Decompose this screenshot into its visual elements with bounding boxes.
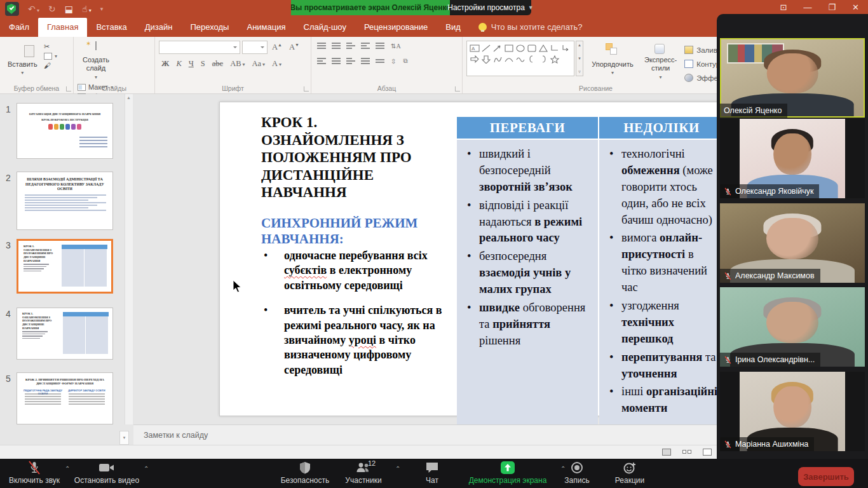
reactions-button[interactable]: Реакции	[605, 461, 654, 485]
redo-icon[interactable]: ↻	[48, 4, 56, 13]
format-painter-icon[interactable]: 🖌	[44, 62, 57, 69]
tab-слайд-шоу[interactable]: Слайд-шоу	[295, 18, 355, 37]
tab-рецензирование[interactable]: Рецензирование	[355, 18, 437, 37]
thumbnail-scrollbar[interactable]	[125, 94, 133, 424]
increase-indent-icon[interactable]	[359, 41, 372, 51]
grow-font-icon[interactable]: А▲	[269, 41, 285, 53]
minimize-icon[interactable]: —	[803, 3, 811, 12]
slide-canvas[interactable]: КРОК 1. ОЗНАЙОМЛЕННЯ З ПОЛОЖЕННЯМ ПРО ДИ…	[219, 102, 778, 416]
slide-thumbnail-2[interactable]: ШЛЯХИ ВЗАЄМОДІЇ АДМІНІСТРАЦІЇ ТА ПЕДАГОГ…	[17, 172, 113, 230]
mic-button[interactable]: Включить звук	[5, 461, 64, 485]
slide-thumbnail-3[interactable]: КРОК 1. ОЗНАЙОМЛЕННЯ З ПОЛОЖЕННЯМ ПРО ДИ…	[17, 239, 113, 294]
customize-qat-icon[interactable]: ▾	[100, 6, 104, 12]
shape-brace-right-icon[interactable]	[538, 54, 548, 64]
share-button[interactable]: Демонстрация экрана	[456, 461, 559, 485]
font-glyph-0[interactable]: Ж	[159, 58, 172, 70]
slide-thumbnail-4[interactable]: КРОК 1. ОЗНАЙОМЛЕННЯ З ПОЛОЖЕННЯМ ПРО ДИ…	[17, 308, 113, 360]
font-glyph-2[interactable]: Ч	[186, 58, 196, 70]
bullets-icon[interactable]	[315, 41, 328, 51]
tab-вид[interactable]: Вид	[437, 18, 470, 37]
font-glyph-3[interactable]: S	[198, 58, 208, 70]
decrease-indent-icon[interactable]	[344, 41, 357, 51]
slide-thumbnail-1[interactable]: ОРГАНІЗАЦІЯ ДИСТАНЦІЙНОГО НАВЧАННЯКРОК-П…	[17, 103, 113, 159]
tab-дизайн[interactable]: Дизайн	[136, 18, 182, 37]
undo-icon[interactable]: ↶ ▾	[28, 4, 39, 13]
shape-textbox-icon[interactable]: A	[470, 43, 480, 53]
slide-sorter-view-icon[interactable]	[681, 447, 693, 456]
convert-smartart-icon[interactable]: ⧉	[400, 56, 410, 66]
font-size-combo[interactable]	[242, 41, 268, 54]
tab-переходы[interactable]: Переходы	[181, 18, 238, 37]
paragraph-dialog-launcher[interactable]	[455, 86, 460, 92]
slide-thumbnail-5[interactable]: КРОК 2. ПРИЙНЯТТЯ РІШЕННЯ ПРО ПЕРЕХІД НА…	[17, 372, 113, 424]
shapes-gallery[interactable]: A	[466, 41, 574, 76]
chat-button[interactable]: Чат	[414, 461, 450, 485]
restore-icon[interactable]: ❐	[828, 3, 836, 12]
justify-icon[interactable]	[359, 56, 372, 66]
view-settings-button[interactable]: Настройки просмотра▼	[450, 0, 531, 15]
shape-arc-icon[interactable]	[504, 54, 514, 64]
align-right-icon[interactable]	[344, 56, 357, 66]
video-button[interactable]: Остановить видео	[71, 461, 142, 485]
video-tile-3[interactable]: Александр Максимов	[720, 203, 865, 283]
participants-button[interactable]: 12Участники	[333, 461, 394, 485]
tab-вставка[interactable]: Вставка	[87, 18, 135, 37]
font-glyph-6[interactable]: Аа ▾	[250, 58, 268, 70]
shape-oval-icon[interactable]	[515, 43, 526, 53]
shape-curve-icon[interactable]	[492, 54, 503, 64]
slide-subtitle[interactable]: СИНХРОННИЙ РЕЖИМ НАВЧАННЯ:	[261, 215, 452, 247]
shape-line-icon[interactable]	[481, 43, 491, 53]
numbering-icon[interactable]	[330, 41, 342, 51]
shape-star-icon[interactable]	[550, 54, 560, 64]
tab-file[interactable]: Файл	[0, 18, 38, 37]
tab-главная[interactable]: Главная	[38, 18, 87, 37]
touch-mode-icon[interactable]: ☝ ▾	[82, 4, 92, 13]
cut-icon[interactable]: ✂	[44, 43, 57, 51]
paste-button[interactable]: Вставить▾	[4, 41, 41, 81]
font-dialog-launcher[interactable]	[304, 86, 309, 92]
shape-triangle-icon[interactable]	[538, 43, 548, 53]
align-left-icon[interactable]	[315, 56, 328, 66]
align-center-icon[interactable]	[330, 56, 342, 66]
tell-me-box[interactable]: Что вы хотите сделать?	[470, 22, 592, 37]
shape-rectangle-icon[interactable]	[504, 43, 514, 53]
copy-icon[interactable]: ▾	[44, 53, 57, 60]
arrange-button[interactable]: Упорядочить▾	[588, 41, 637, 81]
video-tile-1[interactable]: Олексій Яценко	[720, 38, 865, 118]
new-slide-button[interactable]: ✶ Создать слайд▾	[78, 41, 114, 81]
shape-elbow-icon[interactable]	[550, 43, 560, 53]
end-meeting-button[interactable]: Завершить	[798, 467, 854, 486]
record-button[interactable]: Запись	[554, 461, 600, 485]
shape-arrow-icon[interactable]	[492, 43, 503, 53]
font-glyph-5[interactable]: АВ ▾	[227, 58, 247, 70]
font-glyph-4[interactable]: abc	[210, 58, 226, 70]
ribbon-display-options-icon[interactable]: ⊡	[780, 3, 787, 12]
slide-bullet-list[interactable]: одночасне перебування всіх субєктів в ел…	[261, 248, 452, 388]
slide-title[interactable]: КРОК 1. ОЗНАЙОМЛЕННЯ З ПОЛОЖЕННЯМ ПРО ДИ…	[261, 114, 452, 201]
video-chevron-icon[interactable]: ⌃	[144, 465, 149, 472]
start-slideshow-icon[interactable]: ⬓	[65, 4, 73, 13]
align-text-icon[interactable]: ⇳	[388, 57, 398, 66]
shape-block-arrow-right-icon[interactable]	[470, 54, 480, 64]
close-icon[interactable]: ✕	[852, 3, 859, 12]
video-tile-4[interactable]: Ірина Олександрівн...	[720, 287, 865, 367]
notes-collapse-icon[interactable]: ▾	[119, 431, 129, 445]
quick-styles-button[interactable]: Экспресс-стили▾	[641, 41, 681, 81]
shape-wave-icon[interactable]	[515, 54, 526, 64]
line-spacing-icon[interactable]	[374, 41, 386, 51]
font-name-combo[interactable]	[159, 41, 240, 54]
security-button[interactable]: Безопасность	[275, 461, 336, 485]
slide-table[interactable]: ПЕРЕВАГИНЕДОЛІКИ швидкий і безпосередній…	[457, 117, 724, 410]
font-glyph-7[interactable]: А ▾	[269, 58, 284, 70]
shape-rounded-rectangle-icon[interactable]	[527, 43, 537, 53]
shape-brace-left-icon[interactable]	[527, 54, 537, 64]
video-tile-2[interactable]: Олександр Яковійчук	[720, 119, 865, 198]
reading-view-icon[interactable]	[702, 447, 713, 456]
tab-анимация[interactable]: Анимация	[238, 18, 294, 37]
participants-chevron-icon[interactable]: ⌃	[395, 465, 400, 472]
video-tile-5[interactable]: Маріанна Ашихміна	[720, 372, 865, 451]
shape-block-arrow-down-icon[interactable]	[481, 54, 491, 64]
normal-view-icon[interactable]	[661, 447, 672, 456]
font-glyph-1[interactable]: К	[173, 58, 184, 70]
shapes-gallery-scrollbar[interactable]: ▴▾▿	[576, 41, 583, 76]
